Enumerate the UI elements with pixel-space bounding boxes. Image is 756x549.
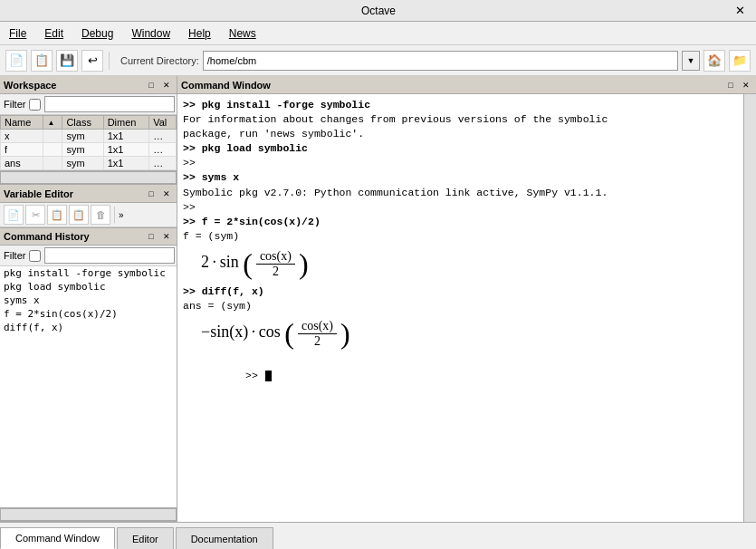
formula-1-text: 2 · sin (201, 253, 243, 271)
app-title: Octave (25, 5, 732, 17)
command-history-header: Command History □ ✕ (0, 228, 177, 246)
menu-bar: File Edit Debug Window Help News (0, 22, 756, 45)
save-icon: 💾 (60, 53, 74, 67)
row-class-ans: sym (62, 157, 103, 170)
ve-new-btn[interactable]: 📄 (4, 205, 24, 225)
cmd-line-6: >> syms x (183, 170, 738, 185)
command-window-controls: □ ✕ (724, 79, 752, 92)
current-dir-input[interactable] (203, 51, 678, 71)
command-window-vertical-scrollbar[interactable] (743, 94, 756, 522)
new-icon: 📄 (9, 53, 24, 67)
command-history-filter-input[interactable] (44, 247, 175, 264)
workspace-header: Workspace □ ✕ (0, 76, 177, 94)
command-window-close-btn[interactable]: ✕ (740, 79, 752, 92)
row-class-x: sym (62, 130, 103, 143)
menu-edit[interactable]: Edit (39, 25, 69, 42)
table-row: f sym 1x1 … (1, 143, 177, 157)
variable-editor-header: Variable Editor □ ✕ (0, 185, 177, 203)
command-window-panel: Command Window □ ✕ >> pkg install -forge… (177, 76, 756, 522)
new-button[interactable]: 📄 (5, 50, 27, 72)
list-item[interactable]: pkg load symbolic (0, 280, 177, 294)
cmd-line-5: >> (183, 156, 738, 170)
folder-button[interactable]: 📁 (729, 50, 751, 72)
variable-editor-undock-btn[interactable]: □ (145, 188, 158, 200)
row-class-f: sym (62, 143, 103, 157)
workspace-undock-btn[interactable]: □ (145, 79, 158, 92)
tab-editor[interactable]: Editor (117, 527, 174, 549)
formula-1-open-paren: ( (243, 247, 253, 280)
ve-more-btn[interactable]: » (119, 210, 124, 220)
workspace-close-btn[interactable]: ✕ (160, 79, 173, 92)
formula-2-fraction: cos(x) 2 (298, 319, 337, 349)
variable-editor-title: Variable Editor (4, 188, 73, 199)
list-item[interactable]: pkg install -forge symbolic (0, 266, 177, 280)
ve-cut-btn[interactable]: ✂ (25, 205, 45, 225)
command-output[interactable]: >> pkg install -forge symbolic For infor… (177, 94, 743, 522)
list-item[interactable]: diff(f, x) (0, 321, 177, 334)
row-name-x: x (1, 130, 43, 143)
cmd-line-1: >> pkg install -forge symbolic (183, 98, 738, 112)
command-history-filter-checkbox[interactable] (29, 250, 41, 262)
menu-debug[interactable]: Debug (76, 25, 119, 42)
close-button[interactable]: ✕ (732, 4, 749, 17)
undo-button[interactable]: ↩ (81, 50, 103, 72)
command-window-title: Command Window (181, 80, 271, 91)
row-dimen-f: 1x1 (103, 143, 149, 157)
workspace-scrollbar-row (0, 170, 177, 184)
tab-command-window[interactable]: Command Window (0, 527, 115, 549)
menu-help[interactable]: Help (183, 25, 216, 42)
tab-documentation[interactable]: Documentation (176, 527, 273, 549)
toolbar-separator (109, 52, 110, 70)
folder-icon: 📁 (732, 53, 747, 67)
home-icon: 🏠 (707, 53, 722, 67)
command-history-horizontal-scrollbar[interactable] (0, 508, 177, 521)
cmd-line-7: Symbolic pkg v2.7.0: Python communicatio… (183, 186, 738, 200)
list-item[interactable]: syms x (0, 294, 177, 307)
workspace-filter-label: Filter (4, 99, 25, 110)
menu-news[interactable]: News (224, 25, 262, 42)
current-dir-dropdown[interactable]: ▼ (682, 51, 700, 71)
command-history-filter-label: Filter (4, 250, 25, 261)
chevron-down-icon: ▼ (687, 56, 695, 65)
row-dimen-ans: 1x1 (103, 157, 149, 170)
command-history-filter-row: Filter ▼ (0, 246, 177, 266)
col-name[interactable]: Name (1, 116, 43, 130)
workspace-filter-checkbox[interactable] (29, 99, 41, 111)
cmd-line-9: >> f = 2*sin(cos(x)/2) (183, 215, 738, 229)
current-dir-label: Current Directory: (120, 55, 199, 66)
menu-window[interactable]: Window (126, 25, 176, 42)
workspace-horizontal-scrollbar[interactable] (0, 171, 177, 184)
workspace-filter-input[interactable] (44, 96, 175, 112)
command-history-list: pkg install -forge symbolic pkg load sym… (0, 266, 177, 507)
row-dimen-x: 1x1 (103, 130, 149, 143)
home-button[interactable]: 🏠 (703, 50, 725, 72)
col-val[interactable]: Val (149, 116, 177, 130)
list-item[interactable]: f = 2*sin(cos(x)/2) (0, 307, 177, 321)
cmd-line-2: For information about changes from previ… (183, 112, 738, 127)
formula-1: 2 · sin ( cos(x) 2 ) (201, 247, 738, 281)
col-dimen[interactable]: Dimen (103, 116, 149, 130)
main-area: Workspace □ ✕ Filter ▼ Name ▲ Class (0, 76, 756, 522)
command-history-close-btn[interactable]: ✕ (160, 230, 173, 243)
col-class[interactable]: Class (62, 116, 103, 130)
row-name-f: f (1, 143, 43, 157)
row-val-f: … (149, 143, 177, 157)
command-window-undock-btn[interactable]: □ (724, 79, 737, 92)
copy-icon: 📋 (34, 53, 49, 67)
variable-editor-close-btn[interactable]: ✕ (160, 188, 173, 200)
ve-delete-btn[interactable]: 🗑 (91, 205, 110, 225)
cmd-line-3: package, run 'news symbolic'. (183, 127, 738, 141)
cmd-line-12: ans = (sym) (183, 299, 738, 313)
formula-1-denominator: 2 (269, 265, 282, 279)
command-history-undock-btn[interactable]: □ (145, 230, 158, 243)
save-button[interactable]: 💾 (56, 50, 78, 72)
formula-2: −sin(x) · cos ( cos(x) 2 ) (201, 317, 738, 351)
formula-2-open-paren: ( (284, 317, 294, 350)
cmd-line-13: >> (183, 354, 738, 398)
copy-button[interactable]: 📋 (31, 50, 53, 72)
toolbar: 📄 📋 💾 ↩ Current Directory: ▼ 🏠 📁 (0, 45, 756, 76)
ve-paste-btn[interactable]: 📋 (69, 205, 89, 225)
ve-copy-btn[interactable]: 📋 (47, 205, 67, 225)
command-history-scrollbar-row (0, 507, 177, 521)
menu-file[interactable]: File (4, 25, 32, 42)
